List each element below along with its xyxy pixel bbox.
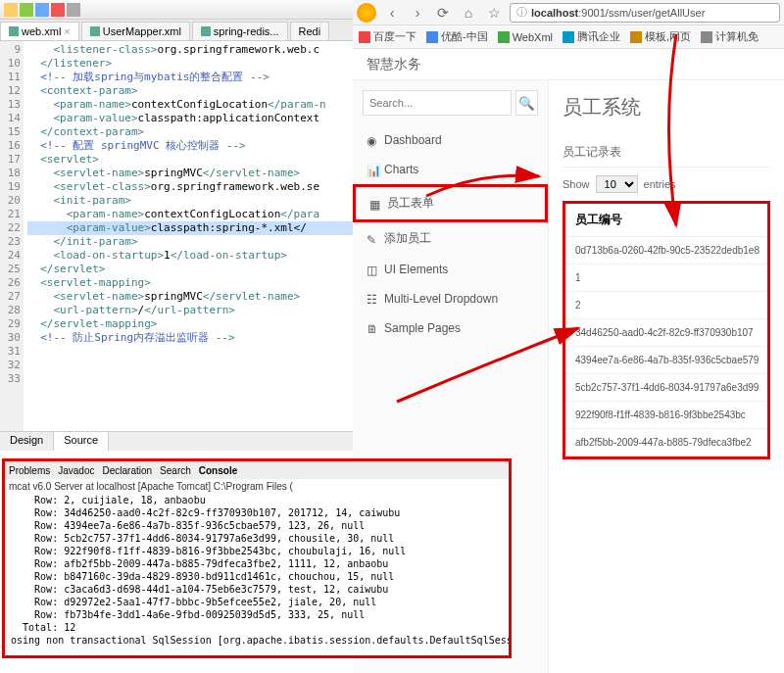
table-row[interactable]: 922f90f8-f1ff-4839-b816-9f3bbe2543bc	[565, 402, 767, 429]
tab-source[interactable]: Source	[54, 432, 109, 451]
nav-label: Sample Pages	[384, 321, 461, 335]
bookmark-item[interactable]: 腾讯企业	[563, 29, 620, 44]
address-bar[interactable]: ⓘ localhost:9001/ssm/user/getAllUser	[510, 3, 780, 23]
bookmark-item[interactable]: 模板,网页	[630, 29, 691, 44]
ide-panel: web.xml× UserMapper.xml spring-redis... …	[0, 0, 353, 460]
browser-window: ‹ › ⟳ ⌂ ☆ ⓘ localhost:9001/ssm/user/getA…	[353, 0, 784, 49]
chart-icon: 📊	[367, 164, 378, 175]
table-row[interactable]: 34d46250-aad0-4c2f-82c9-ff370930b107	[565, 319, 767, 347]
tab-label: spring-redis...	[214, 25, 279, 37]
dashboard-icon: ◉	[367, 134, 378, 146]
tab-problems[interactable]: Problems	[9, 465, 50, 476]
debug-icon[interactable]	[67, 3, 80, 17]
browser-nav: ‹ › ⟳ ⌂ ☆ ⓘ localhost:9001/ssm/user/getA…	[353, 0, 784, 25]
ui-icon: ◫	[367, 264, 378, 275]
url-path: :9001/ssm/user/getAllUser	[578, 7, 705, 19]
show-label: Show	[563, 178, 590, 190]
bookmark-icon	[701, 31, 712, 43]
edit-icon: ✎	[367, 233, 378, 245]
main-content: 员工系统 员工记录表 Show 10 entries 员工编号 0d713b6a…	[549, 80, 784, 673]
table-row[interactable]: 1	[565, 264, 767, 292]
nav-label: Multi-Level Dropdown	[384, 292, 498, 306]
url-host: localhost	[531, 7, 578, 19]
entries-selector: Show 10 entries	[563, 168, 770, 201]
nav-label: Dashboard	[384, 133, 442, 147]
sidebar-item[interactable]: ◉Dashboard	[353, 125, 548, 155]
nav-label: 员工表单	[387, 195, 434, 212]
bookmarks-bar: 百度一下 优酷-中国 WebXml 腾讯企业 模板,网页 计算机免	[353, 25, 784, 49]
run-icon[interactable]	[51, 3, 65, 17]
table-row[interactable]: 0d713b6a-0260-42fb-90c5-23522dedb1e8	[565, 237, 767, 264]
reload-icon[interactable]: ⟳	[433, 3, 453, 23]
bookmark-icon	[498, 31, 510, 43]
xml-icon	[9, 26, 19, 36]
line-gutter: 9101112131415161718192021222324252627282…	[0, 41, 24, 431]
tab-javadoc[interactable]: Javadoc	[58, 465, 94, 476]
star-icon[interactable]: ☆	[484, 3, 504, 23]
panel-title: 员工记录表	[563, 138, 770, 168]
tab-usermapper[interactable]: UserMapper.xml	[81, 22, 190, 40]
multi-icon: ☷	[367, 293, 378, 305]
page-title: 员工系统	[563, 94, 770, 120]
table-row[interactable]: 2	[565, 292, 767, 319]
sidebar-item[interactable]: 📊Charts	[353, 155, 548, 184]
sidebar-item[interactable]: 🗎Sample Pages	[353, 313, 548, 343]
tab-springredis[interactable]: spring-redis...	[192, 22, 288, 40]
table-row[interactable]: afb2f5bb-2009-447a-b885-79dfeca3fbe2	[565, 429, 767, 457]
code-content[interactable]: <listener-class>org.springframework.web.…	[24, 41, 353, 431]
bookmark-icon	[426, 31, 438, 43]
bookmark-item[interactable]: 优酷-中国	[426, 29, 488, 44]
nav-label: UI Elements	[384, 263, 448, 276]
file-icon: 🗎	[367, 322, 378, 334]
search-input[interactable]	[363, 90, 512, 116]
tab-label: UserMapper.xml	[103, 25, 181, 37]
tab-webxml[interactable]: web.xml×	[0, 22, 79, 40]
code-editor[interactable]: 9101112131415161718192021222324252627282…	[0, 41, 353, 431]
tab-redi[interactable]: Redi	[290, 22, 330, 40]
entries-select[interactable]: 10	[596, 175, 638, 193]
xml-icon	[201, 26, 211, 36]
search-icon: 🔍	[518, 96, 535, 111]
tab-design[interactable]: Design	[0, 432, 54, 451]
search-button[interactable]: 🔍	[515, 90, 538, 116]
new-icon[interactable]	[4, 3, 18, 17]
bookmark-item[interactable]: 计算机免	[701, 29, 759, 44]
admin-brand: 智慧水务	[353, 49, 784, 80]
tab-label: web.xml	[22, 25, 61, 37]
back-icon[interactable]: ‹	[382, 3, 402, 23]
home-icon[interactable]: ⌂	[459, 3, 478, 23]
bookmark-item[interactable]: WebXml	[498, 31, 553, 43]
table-row[interactable]: 4394ee7a-6e86-4a7b-835f-936c5cbae579	[565, 347, 767, 374]
editor-mode-tabs: Design Source	[0, 431, 353, 451]
open-icon[interactable]	[20, 3, 33, 17]
bookmark-icon	[563, 31, 574, 43]
console-output[interactable]: Row: 2, cuijiale, 18, anbaobu Row: 34d46…	[5, 494, 509, 647]
sidebar-item[interactable]: ✎添加员工	[353, 222, 548, 255]
editor-tabs: web.xml× UserMapper.xml spring-redis... …	[0, 20, 353, 41]
employee-table: 员工编号 0d713b6a-0260-42fb-90c5-23522dedb1e…	[563, 201, 770, 459]
bookmark-icon	[630, 31, 642, 43]
xml-icon	[90, 26, 100, 36]
nav-label: Charts	[384, 163, 418, 176]
sidebar-item[interactable]: ☷Multi-Level Dropdown	[353, 284, 548, 313]
close-icon[interactable]: ×	[64, 25, 70, 37]
console-panel: Problems Javadoc Declaration Search Cons…	[2, 458, 512, 658]
nav-label: 添加员工	[384, 230, 431, 247]
bookmark-icon	[359, 31, 370, 43]
browser-logo-icon[interactable]	[357, 3, 376, 23]
sidebar-item[interactable]: ▦员工表单	[353, 184, 548, 222]
tab-declaration[interactable]: Declaration	[103, 465, 153, 476]
forward-icon[interactable]: ›	[408, 3, 427, 23]
secure-icon: ⓘ	[516, 5, 527, 20]
tab-search[interactable]: Search	[160, 465, 191, 476]
sidebar-item[interactable]: ◫UI Elements	[353, 255, 548, 284]
save-icon[interactable]	[35, 3, 49, 17]
tab-console[interactable]: Console	[199, 465, 237, 476]
entries-label: entries	[644, 178, 676, 190]
console-tabs: Problems Javadoc Declaration Search Cons…	[5, 461, 509, 479]
tab-label: Redi	[299, 25, 321, 37]
ide-toolbar	[0, 0, 353, 20]
bookmark-item[interactable]: 百度一下	[359, 29, 416, 44]
table-header[interactable]: 员工编号	[565, 204, 767, 237]
table-row[interactable]: 5cb2c757-37f1-4dd6-8034-91797a6e3d99	[565, 374, 767, 402]
